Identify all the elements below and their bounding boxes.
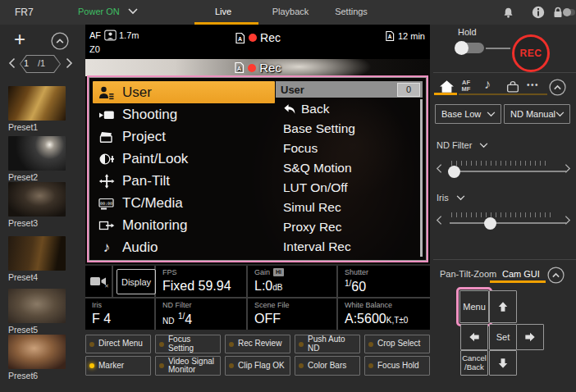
status-unit: dB [272,283,282,292]
assign-button-focus-setting[interactable]: Focus Setting [155,335,221,353]
status-value: A:5600 [345,312,386,326]
gui-down-button[interactable] [489,350,517,376]
nd-filter-control-label[interactable]: ND Filter [437,140,488,150]
preset-thumbnail[interactable] [8,236,66,271]
nd-increase-button[interactable] [565,163,571,174]
assign-button-push-auto-nd[interactable]: Push Auto ND [295,335,360,353]
submenu-item-proxy-rec[interactable]: Proxy Rec [276,217,418,237]
status-label: Scene File [254,301,290,309]
iris-increase-button[interactable] [565,215,571,226]
gui-cancel-back-button[interactable]: Cancel/Back [460,350,488,376]
osd-menu-item-monitoring[interactable]: Monitoring [93,214,275,236]
preset-label: Preset3 [8,218,66,228]
submenu-item-simul-rec[interactable]: Simul Rec [276,198,418,217]
gui-menu-button[interactable]: Menu [459,290,489,323]
status-value: 60 [351,280,366,294]
tab-playback[interactable]: Playback [271,7,310,16]
submenu-item-back[interactable]: Back [276,99,418,119]
device-name: FR7 [15,7,34,18]
preset-item: Preset1 [8,86,66,132]
assignable-buttons-row2: Marker Video Signal Monitor Clip Flag OK… [85,356,430,376]
osd-menu-item-paint-look[interactable]: Paint/Look [93,148,275,170]
clapperboard-icon [98,130,115,144]
more-tab-icon[interactable]: ••• [527,80,539,89]
osd-menu-item-audio[interactable]: ♪ Audio [93,236,275,258]
rec-dot [248,64,256,72]
page-prev-button[interactable] [8,57,16,69]
add-preset-button[interactable]: + [10,30,30,49]
paint-icon [98,152,115,166]
assign-button-direct-menu[interactable]: Direct Menu [85,335,151,353]
assign-button-video-signal-monitor[interactable]: Video Signal Monitor [155,356,221,376]
notification-bell-icon[interactable] [502,6,514,20]
assign-indicator [229,363,234,368]
gui-left-button[interactable] [460,324,488,350]
lock-toggle[interactable] [565,9,575,16]
submenu-item-focus[interactable]: Focus [276,139,418,158]
assign-button-marker[interactable]: Marker [85,356,151,376]
nd-slider-track[interactable] [450,171,566,172]
collapse-section-button[interactable] [547,267,565,284]
media-tab-icon[interactable] [505,80,520,93]
preset-thumbnail[interactable] [8,335,66,369]
camcorder-icon [98,107,115,122]
collapse-sidebar-button[interactable] [51,32,69,50]
osd-menu-list: User Shooting Project Paint/Look Pan-Til… [93,81,275,258]
assign-button-clip-flag-ok[interactable]: Clip Flag OK [225,356,290,376]
nd-slider-knob[interactable] [448,166,460,178]
osd-menu-item-pan-tilt[interactable]: Pan-Tilt [93,170,275,192]
tab-cam-gui[interactable]: Cam GUI [502,269,540,279]
base-look-dropdown[interactable]: Base Low [435,104,501,124]
iris-control-label[interactable]: Iris [437,193,465,203]
gui-up-button[interactable] [489,290,517,323]
osd-menu-item-project[interactable]: Project [93,125,275,148]
tab-settings[interactable]: Settings [331,7,371,16]
preset-thumbnail[interactable] [8,289,66,323]
osd-menu-item-tc-media[interactable]: 00:00 TC/Media [93,192,275,214]
display-button[interactable]: Display [117,269,156,294]
submenu-item-interval-rec[interactable]: Interval Rec [276,237,418,257]
nd-decrease-button[interactable] [436,163,442,174]
assign-button-focus-hold[interactable]: Focus Hold [364,356,430,376]
rec-hold-toggle[interactable] [456,43,484,53]
gui-right-button[interactable] [516,324,544,350]
panel-divider [433,72,576,73]
preset-thumbnail[interactable] [8,182,66,217]
tab-pan-tilt-zoom[interactable]: Pan-Tilt-Zoom [440,269,496,279]
media-card-icon: A [235,32,245,44]
submenu-scrollbar[interactable] [420,99,423,257]
submenu-item-label: Proxy Rec [283,220,342,235]
user-icon [98,85,115,100]
preset-item: Preset5 [8,289,66,335]
info-icon[interactable] [532,6,545,19]
assign-button-color-bars[interactable]: Color Bars [295,356,360,376]
audio-tab-icon[interactable]: ♪ [484,77,491,92]
submenu-item-base-setting[interactable]: Base Setting [276,119,418,139]
stream-off-icon: ✕ [89,275,109,289]
power-control[interactable]: Power ON [78,7,138,16]
media-remaining-value: 12 min [398,31,425,41]
iris-slider-track[interactable] [450,222,566,224]
status-fps: FPS Fixed 59.94 [156,266,245,297]
iris-slider-knob[interactable] [484,217,496,230]
assign-button-rec-review[interactable]: Rec Review [225,335,290,353]
status-nd-filter: ND Filter ND 1/4 [156,299,245,330]
submenu-item-sq-motion[interactable]: S&Q Motion [276,158,418,178]
assign-button-crop-select[interactable]: Crop Select [364,335,430,353]
iris-decrease-button[interactable] [436,215,442,226]
gui-set-button[interactable]: Set [489,324,517,350]
camera-viewport[interactable]: A Rec User Shooting Project [85,59,430,264]
focus-tab-icon[interactable]: AFMF [459,80,473,93]
osd-menu-item-label: Paint/Look [122,151,188,167]
rec-button[interactable]: REC [512,34,550,72]
preset-thumbnail[interactable] [8,136,66,171]
submenu-item-lut-onoff[interactable]: LUT On/Off [276,178,418,198]
preset-thumbnail[interactable] [8,86,66,121]
page-next-button[interactable] [66,57,73,69]
osd-menu-item-user[interactable]: User [93,81,275,103]
osd-menu-item-shooting[interactable]: Shooting [93,103,275,125]
collapse-panel-button[interactable] [549,79,566,96]
tab-live[interactable]: Live [205,7,241,16]
preset-label: Preset4 [8,272,66,282]
nd-mode-dropdown[interactable]: ND Manual [504,104,570,124]
